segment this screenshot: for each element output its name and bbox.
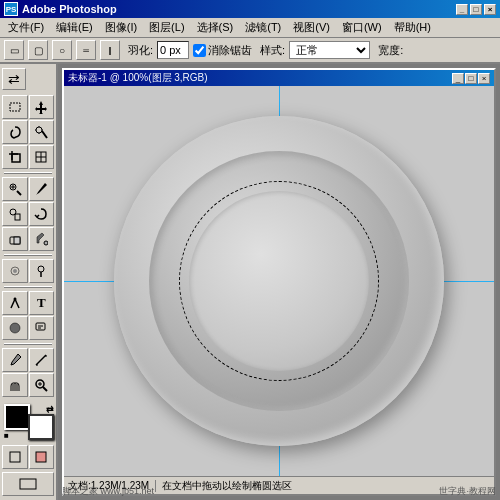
doc-minimize-btn[interactable]: _ [452, 73, 464, 84]
hand-tool[interactable] [2, 373, 28, 397]
background-color[interactable] [28, 414, 54, 440]
antialias-checkbox-label[interactable]: 消除锯齿 [193, 43, 252, 58]
app-maximize-btn[interactable]: □ [470, 4, 482, 15]
width-label: 宽度: [378, 43, 403, 58]
crop-tool[interactable] [2, 145, 28, 169]
status-divider [155, 480, 156, 492]
menu-bar: 文件(F) 编辑(E) 图像(I) 图层(L) 选择(S) 滤镜(T) 视图(V… [0, 18, 500, 38]
app-close-btn[interactable]: × [484, 4, 496, 15]
feather-label: 羽化: [128, 43, 153, 58]
app-title-bar: PS Adobe Photoshop _ □ × [0, 0, 500, 18]
foreground-arrow-btn[interactable]: ⇄ [2, 68, 26, 90]
menu-help[interactable]: 帮助(H) [388, 18, 437, 37]
doc-close-btn[interactable]: × [478, 73, 490, 84]
zoom-icon [34, 378, 48, 392]
svg-rect-40 [36, 452, 46, 462]
menu-layer[interactable]: 图层(L) [143, 18, 190, 37]
tool-divider-1 [4, 172, 52, 174]
slice-tool[interactable] [29, 145, 55, 169]
style-select[interactable]: 正常 固定长宽比 固定大小 [289, 41, 370, 59]
foreground-color[interactable] [4, 404, 30, 430]
options-shape-row[interactable]: ═ [76, 40, 96, 60]
svg-point-22 [44, 241, 48, 245]
lasso-icon [8, 125, 22, 139]
slice-icon [34, 150, 48, 164]
quick-mask-btn[interactable] [29, 445, 55, 469]
plate-image [109, 111, 449, 451]
app-icon: PS [4, 2, 18, 16]
doc-title-bar: 未标器-1 @ 100%(图层 3,RGB) _ □ × [64, 70, 494, 86]
app-title: Adobe Photoshop [22, 3, 117, 15]
swap-colors-btn[interactable]: ⇄ [46, 404, 54, 414]
hand-icon [8, 378, 22, 392]
workspace: ⇄ [0, 64, 500, 500]
tool-panel: ⇄ [0, 64, 58, 500]
doc-maximize-btn[interactable]: □ [465, 73, 477, 84]
dodge-tool[interactable] [29, 259, 55, 283]
measure-tool[interactable] [29, 348, 55, 372]
feather-input[interactable] [157, 41, 189, 59]
svg-line-36 [43, 387, 47, 391]
bucket-icon [34, 232, 48, 246]
menu-edit[interactable]: 编辑(E) [50, 18, 99, 37]
tool-hint: 在文档中拖动以绘制椭圆选区 [162, 479, 292, 493]
lasso-tool[interactable] [2, 120, 28, 144]
svg-point-27 [13, 297, 16, 300]
screen-mode-btn[interactable] [2, 472, 54, 496]
svg-point-24 [13, 269, 17, 273]
brush-tool[interactable] [29, 177, 55, 201]
menu-image[interactable]: 图像(I) [99, 18, 143, 37]
marquee-rect-tool[interactable] [2, 95, 28, 119]
blur-icon [8, 264, 22, 278]
doc-canvas [64, 86, 494, 476]
antialias-checkbox[interactable] [193, 44, 206, 57]
crop-icon [8, 150, 22, 164]
screen-mode-icon [18, 477, 38, 491]
zoom-tool[interactable] [29, 373, 55, 397]
brush-icon [34, 182, 48, 196]
svg-line-15 [17, 191, 21, 195]
blur-tool[interactable] [2, 259, 28, 283]
menu-view[interactable]: 视图(V) [287, 18, 336, 37]
history-brush-tool[interactable] [29, 202, 55, 226]
svg-point-3 [36, 127, 42, 133]
heal-brush-tool[interactable] [2, 177, 28, 201]
menu-filter[interactable]: 滤镜(T) [239, 18, 287, 37]
options-shape-col[interactable]: ‖ [100, 40, 120, 60]
doc-title: 未标器-1 @ 100%(图层 3,RGB) [68, 71, 208, 85]
clone-stamp-tool[interactable] [2, 202, 28, 226]
options-shape-ellipse[interactable]: ○ [52, 40, 72, 60]
menu-file[interactable]: 文件(F) [2, 18, 50, 37]
pen-icon [8, 296, 22, 310]
standard-mode-btn[interactable] [2, 445, 28, 469]
doc-status: 文档:1.23M/1.23M [68, 479, 149, 493]
menu-window[interactable]: 窗口(W) [336, 18, 388, 37]
color-selector[interactable]: ⇄ ■ [2, 404, 56, 440]
tool-options-spacer [28, 68, 52, 90]
annotation-tool[interactable] [29, 316, 55, 340]
options-shape-rect[interactable]: ▭ [4, 40, 24, 60]
marquee-icon [8, 100, 22, 114]
tool-divider-4 [4, 343, 52, 345]
default-colors-btn[interactable]: ■ [4, 431, 9, 440]
move-icon [34, 100, 48, 114]
svg-rect-0 [10, 103, 20, 111]
pen-tool[interactable] [2, 291, 28, 315]
eyedropper-icon [8, 353, 22, 367]
app-minimize-btn[interactable]: _ [456, 4, 468, 15]
plate-rim [149, 151, 409, 411]
menu-select[interactable]: 选择(S) [191, 18, 240, 37]
options-bar: ▭ ▢ ○ ═ ‖ 羽化: 消除锯齿 样式: 正常 固定长宽比 固定大小 宽度: [0, 38, 500, 64]
document-window: 未标器-1 @ 100%(图层 3,RGB) _ □ × [62, 68, 496, 496]
options-shape-rounded[interactable]: ▢ [28, 40, 48, 60]
svg-rect-39 [10, 452, 20, 462]
type-tool[interactable]: T [29, 291, 55, 315]
style-label: 样式: [260, 43, 285, 58]
paint-bucket-tool[interactable] [29, 227, 55, 251]
move-tool[interactable] [29, 95, 55, 119]
eyedropper-tool[interactable] [2, 348, 28, 372]
magic-wand-tool[interactable] [29, 120, 55, 144]
heal-icon [8, 182, 22, 196]
shape-tool[interactable] [2, 316, 28, 340]
eraser-tool[interactable] [2, 227, 28, 251]
